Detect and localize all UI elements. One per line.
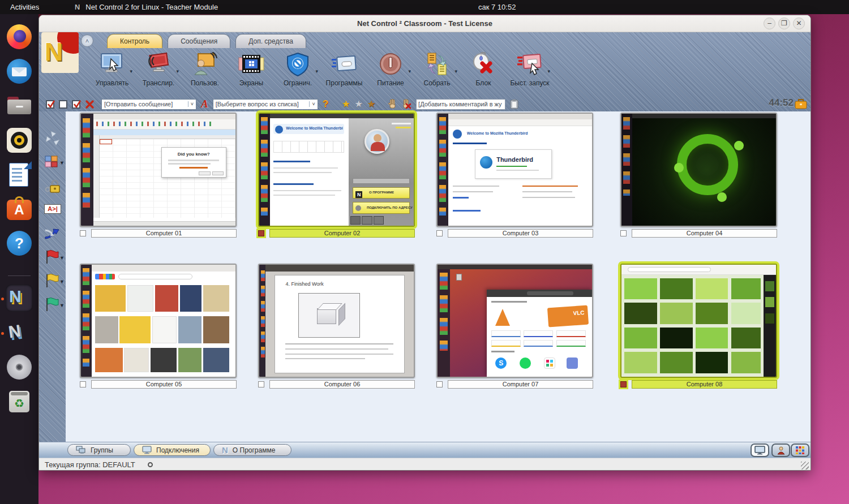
computer-tile[interactable]: Computer 08 xyxy=(620,264,777,389)
computer-name[interactable]: Computer 06 xyxy=(269,380,415,389)
font-color-icon[interactable]: A xyxy=(201,98,208,110)
resize-grip[interactable] xyxy=(801,462,809,469)
raise-hand-icon[interactable] xyxy=(388,99,397,109)
thumbnail-view-button[interactable] xyxy=(751,443,769,457)
netcontrol-student-icon[interactable]: N N xyxy=(6,319,33,346)
computer-tile[interactable]: Welcome to Mozilla Thunderbird xyxy=(258,113,415,238)
trash-icon[interactable]: ♻ xyxy=(6,387,33,415)
files-icon[interactable] xyxy=(6,92,33,119)
computer-tile[interactable]: Computer 05 xyxy=(80,264,237,389)
window-titlebar[interactable]: Net Control ² Classroom - Test License –… xyxy=(39,15,811,32)
screens-button[interactable]: Экраны xyxy=(228,49,275,97)
tab-control[interactable]: Контроль xyxy=(107,34,162,48)
computer-name[interactable]: Computer 02 xyxy=(269,229,415,238)
netcontrol-teacher-icon[interactable]: N N xyxy=(6,285,33,312)
users-button[interactable]: Пользов. xyxy=(182,49,228,97)
clock[interactable]: сак 7 10:52 xyxy=(478,3,516,11)
firefox-icon[interactable] xyxy=(6,23,33,50)
art-shape xyxy=(696,303,728,324)
block-button[interactable]: Блок xyxy=(460,49,507,97)
restrictions-button[interactable]: ▾ Огранич. xyxy=(275,49,321,97)
yellow-flag-icon[interactable] xyxy=(44,273,61,288)
computer-tile[interactable]: Did you know? Computer 01 xyxy=(80,113,237,238)
red-cross-icon[interactable] xyxy=(85,100,95,109)
gold-star-icon[interactable]: ★ xyxy=(342,100,350,109)
computer-tile[interactable]: 4. Finished Work Computer 0 xyxy=(258,264,415,389)
journal-comment-input[interactable] xyxy=(416,99,505,110)
quick-launch-button[interactable]: ▾ Быст. запуск xyxy=(507,49,553,97)
art-shape xyxy=(550,364,553,367)
color-groups-icon[interactable] xyxy=(44,154,61,169)
computer-screenshot[interactable]: VLC S xyxy=(436,264,593,378)
lower-hand-icon[interactable] xyxy=(401,99,411,109)
computer-screenshot[interactable] xyxy=(80,264,237,378)
computer-screenshot[interactable]: Welcome to Mozilla Thunderbird Thunderbi… xyxy=(436,113,593,227)
computer-name[interactable]: Computer 07 xyxy=(448,380,593,389)
broadcast-button[interactable]: ▾ Транслир. xyxy=(135,49,182,97)
power-button[interactable]: ▾ Питание xyxy=(367,49,414,97)
computer-checkbox[interactable] xyxy=(436,381,443,387)
activities-button[interactable]: Activities xyxy=(10,3,39,11)
computer-name[interactable]: Computer 05 xyxy=(91,380,237,389)
checkbox-empty-icon[interactable] xyxy=(59,100,67,109)
art-shape xyxy=(273,195,335,196)
gnome-top-bar: Activities N Net Control 2 for Linux - T… xyxy=(0,0,849,14)
green-flag-icon[interactable] xyxy=(44,297,61,312)
help-icon[interactable]: ? xyxy=(6,230,33,257)
collect-button[interactable]: ▾ Собрать xyxy=(414,49,460,97)
computer-name[interactable]: Computer 08 xyxy=(632,380,777,389)
computer-name[interactable]: Computer 04 xyxy=(632,229,777,238)
programs-button[interactable]: Программы xyxy=(321,49,367,97)
computer-tile[interactable]: VLC S xyxy=(436,264,593,389)
user-view-button[interactable] xyxy=(771,443,790,457)
thunderbird-icon[interactable] xyxy=(6,58,33,85)
computer-checkbox[interactable] xyxy=(258,381,264,387)
tab-groups[interactable]: Группы xyxy=(67,444,131,456)
control-button[interactable]: ▾ Управлять xyxy=(89,49,135,97)
question-list-dropdown[interactable]: [Выберите вопрос из списка]˅ xyxy=(213,99,318,110)
computer-screenshot[interactable] xyxy=(620,264,777,378)
computer-checkbox[interactable] xyxy=(80,230,86,236)
tab-messages[interactable]: Сообщения xyxy=(168,34,230,48)
computer-tile[interactable]: Computer 04 xyxy=(620,113,777,238)
cd-disc-icon[interactable] xyxy=(6,354,33,381)
checkbox-checked-icon[interactable] xyxy=(72,100,80,109)
ubuntu-software-icon[interactable]: A xyxy=(6,195,33,222)
collapse-ribbon-button[interactable]: ˄ xyxy=(81,35,93,47)
group-colors-button[interactable] xyxy=(791,443,809,457)
computer-screenshot[interactable]: Did you know? xyxy=(80,113,237,227)
rhythmbox-icon[interactable] xyxy=(6,127,33,154)
send-message-dropdown[interactable]: [Отправить сообщение]˅ xyxy=(101,99,196,110)
swap-arrows-icon[interactable] xyxy=(44,226,61,240)
tab-connections[interactable]: Подключения xyxy=(134,444,211,456)
silver-star-icon[interactable]: ★ xyxy=(354,100,362,109)
computer-name[interactable]: Computer 01 xyxy=(91,229,237,238)
checkbox-checked-icon[interactable] xyxy=(46,100,54,109)
computer-checkbox[interactable] xyxy=(80,381,86,387)
computer-screenshot[interactable] xyxy=(620,113,777,227)
focused-app-title[interactable]: N Net Control 2 for Linux - Teacher Modu… xyxy=(73,3,218,11)
tab-about[interactable]: N О Программе xyxy=(213,444,291,456)
minimize-button[interactable]: – xyxy=(764,18,775,29)
refresh-arrows-icon[interactable] xyxy=(44,131,61,145)
computer-checkbox[interactable] xyxy=(620,230,627,236)
art-shape xyxy=(624,278,657,300)
computer-checkbox[interactable] xyxy=(436,230,443,236)
computer-screenshot[interactable]: Welcome to Mozilla Thunderbird xyxy=(258,113,415,227)
computer-checkbox[interactable] xyxy=(258,230,264,236)
computer-checkbox[interactable] xyxy=(620,381,627,387)
maximize-button[interactable]: ❐ xyxy=(778,18,790,29)
rename-icon[interactable]: A>| xyxy=(44,204,61,214)
journal-icon[interactable] xyxy=(510,99,518,109)
close-button[interactable]: ✕ xyxy=(793,18,805,29)
lock-icon[interactable] xyxy=(44,179,61,194)
computer-tile[interactable]: Welcome to Mozilla Thunderbird Thunderbi… xyxy=(436,113,593,238)
libreoffice-writer-icon[interactable] xyxy=(6,161,33,188)
tab-extra-tools[interactable]: Доп. средства xyxy=(235,34,306,48)
help-question-icon[interactable]: ? xyxy=(323,98,328,110)
bronze-star-icon[interactable]: ★ xyxy=(367,100,375,109)
toolbox-icon[interactable] xyxy=(795,98,807,109)
computer-screenshot[interactable]: 4. Finished Work xyxy=(258,264,415,378)
red-flag-icon[interactable] xyxy=(44,249,61,264)
computer-name[interactable]: Computer 03 xyxy=(448,229,593,238)
